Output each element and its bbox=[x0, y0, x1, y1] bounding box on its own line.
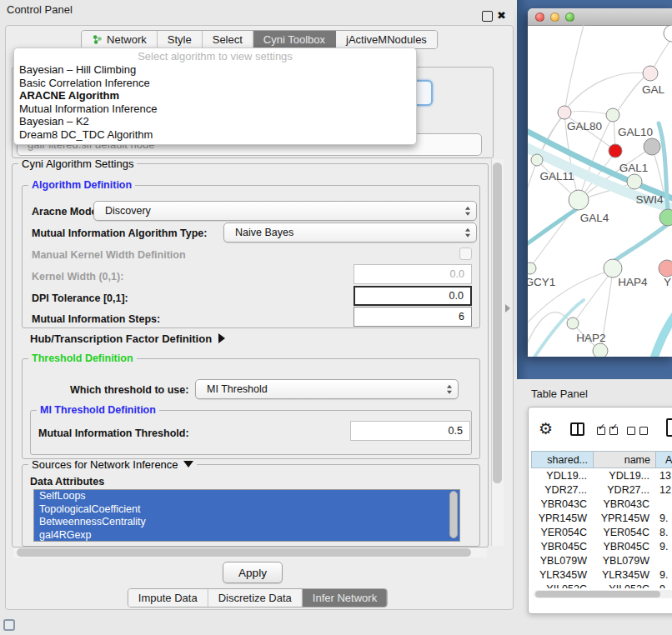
network-node-gal80[interactable] bbox=[558, 106, 571, 119]
network-node-gal11[interactable] bbox=[531, 154, 543, 166]
mi-steps-input[interactable]: 6 bbox=[354, 307, 472, 327]
attr-list-scrollbar[interactable] bbox=[449, 491, 458, 538]
close-traffic-light-icon[interactable] bbox=[535, 12, 544, 22]
attribute-item-selected[interactable]: TopologicalCoefficient bbox=[34, 503, 459, 517]
column-header-shared[interactable]: shared... bbox=[531, 451, 594, 468]
node-table[interactable]: YDL19...YDL19...13YDR27...YDR27...12YBR0… bbox=[531, 469, 672, 588]
mi-type-combo[interactable]: Naive Bayes bbox=[223, 222, 477, 242]
manual-kernel-checkbox[interactable] bbox=[459, 248, 472, 260]
network-node-y[interactable] bbox=[659, 260, 672, 277]
combo-arrows-icon bbox=[465, 207, 470, 216]
zoom-traffic-light-icon[interactable] bbox=[565, 12, 574, 22]
which-threshold-combo[interactable]: MI Threshold bbox=[195, 379, 459, 399]
table-cell: YBL079W bbox=[531, 554, 593, 568]
tab-style[interactable]: Style bbox=[158, 31, 203, 48]
column-header-partial[interactable]: A bbox=[656, 451, 672, 468]
table-cell: YBR045C bbox=[531, 540, 593, 554]
network-edge[interactable] bbox=[574, 270, 613, 322]
dropdown-item[interactable]: Bayesian – K2 bbox=[14, 115, 416, 128]
tab-cyni-toolbox[interactable]: Cyni Toolbox bbox=[253, 31, 336, 48]
which-threshold-label: Which threshold to use: bbox=[70, 384, 188, 396]
sources-title-expander[interactable]: Sources for Network Inference bbox=[28, 459, 197, 470]
table-row[interactable]: YIL052CYIL052C9. bbox=[531, 582, 672, 588]
close-icon[interactable]: ✖ bbox=[497, 8, 506, 23]
checked-checkbox-icon[interactable]: ✓ bbox=[609, 427, 618, 435]
network-node[interactable] bbox=[644, 138, 660, 155]
network-node-swi4[interactable] bbox=[659, 209, 672, 226]
network-node-hap4[interactable] bbox=[604, 259, 622, 278]
network-node-gal4[interactable] bbox=[569, 190, 589, 210]
attribute-item-selected[interactable]: SelfLoops bbox=[34, 490, 459, 503]
network-edge[interactable] bbox=[565, 25, 584, 108]
network-edge-thick[interactable] bbox=[649, 312, 672, 357]
network-node-label: HAP2 bbox=[576, 332, 605, 344]
gear-icon[interactable]: ⚙ bbox=[539, 420, 553, 438]
table-row[interactable]: YBR043CYBR043C bbox=[531, 498, 672, 512]
kernel-width-input[interactable]: 0.0 bbox=[354, 264, 472, 284]
attribute-item-selected[interactable]: gal4RGexp bbox=[34, 529, 459, 542]
table-row[interactable]: YER054CYER054C8. bbox=[531, 526, 672, 540]
attribute-item-selected[interactable]: BetweennessCentrality bbox=[34, 516, 459, 529]
mi-threshold-input[interactable]: 0.5 bbox=[350, 421, 470, 441]
which-threshold-value: MI Threshold bbox=[207, 383, 268, 395]
column-header-name[interactable]: name bbox=[594, 451, 656, 468]
tab-jactivemnodules[interactable]: jActiveMNodules bbox=[336, 31, 437, 48]
threshold-title: Threshold Definition bbox=[28, 353, 137, 364]
minimize-traffic-light-icon[interactable] bbox=[550, 12, 559, 22]
network-node-gal1[interactable] bbox=[627, 174, 642, 189]
float-window-icon[interactable] bbox=[482, 11, 493, 22]
kernel-width-value: 0.0 bbox=[450, 268, 464, 280]
table-row[interactable]: YDR27...YDR27...12 bbox=[531, 483, 672, 498]
network-node-gal10[interactable] bbox=[606, 108, 619, 122]
dropdown-item[interactable]: Dream8 DC_TDC Algorithm bbox=[14, 128, 416, 142]
table-cell: 9. bbox=[656, 512, 672, 526]
network-edge[interactable] bbox=[564, 72, 649, 111]
hub-definition-expander[interactable]: Hub/Transcription Factor Definition bbox=[30, 332, 225, 345]
dropdown-item[interactable]: ARACNE Algorithm bbox=[14, 89, 416, 102]
table-row[interactable]: YBR045CYBR045C9. bbox=[531, 540, 672, 554]
dropdown-item[interactable]: Mutual Information Inference bbox=[14, 102, 416, 116]
aracne-mode-combo[interactable]: Discovery bbox=[93, 201, 477, 221]
unchecked-checkbox-icon[interactable] bbox=[639, 427, 648, 435]
tab-discretize-data[interactable]: Discretize Data bbox=[208, 589, 303, 607]
network-node[interactable] bbox=[664, 25, 672, 42]
document-icon[interactable] bbox=[666, 418, 672, 437]
dropdown-item[interactable]: Basic Correlation Inference bbox=[14, 77, 416, 90]
minimized-panel-icon[interactable] bbox=[3, 619, 15, 631]
network-canvas[interactable]: GALGAL80GAL10GAL11GAL1GAL4SWI4GCY1HAP4YH… bbox=[528, 25, 672, 357]
network-node-label: GAL10 bbox=[618, 126, 653, 138]
mi-steps-value: 6 bbox=[459, 311, 464, 322]
network-window-titlebar[interactable] bbox=[528, 8, 672, 26]
split-pane-grip-icon[interactable] bbox=[505, 304, 510, 312]
table-row[interactable]: YDL19...YDL19...13 bbox=[531, 469, 672, 483]
checked-checkbox-icon[interactable]: ✓ bbox=[597, 427, 605, 435]
network-node-gal[interactable] bbox=[643, 66, 658, 81]
algorithm-combo-fragment[interactable] bbox=[414, 80, 433, 106]
combo-arrows-icon bbox=[465, 228, 470, 238]
network-edge-thick[interactable] bbox=[528, 207, 580, 253]
network-node-label: GAL4 bbox=[580, 212, 609, 224]
settings-vertical-scrollbar-thumb[interactable] bbox=[493, 162, 502, 483]
settings-horizontal-scrollbar-thumb[interactable] bbox=[17, 548, 471, 557]
mi-threshold-label: Mutual Information Threshold: bbox=[38, 428, 189, 439]
split-columns-icon[interactable] bbox=[570, 422, 584, 436]
tab-impute-data[interactable]: Impute Data bbox=[128, 589, 208, 607]
tab-select[interactable]: Select bbox=[203, 31, 253, 48]
network-node[interactable] bbox=[593, 343, 608, 357]
network-node-gcy1[interactable] bbox=[528, 262, 536, 274]
unchecked-checkbox-icon[interactable] bbox=[627, 427, 635, 435]
tab-infer-network[interactable]: Infer Network bbox=[303, 589, 387, 607]
dropdown-item[interactable]: Bayesian – Hill Climbing bbox=[14, 63, 416, 77]
table-horizontal-scrollbar-thumb[interactable] bbox=[535, 591, 660, 598]
network-node-label: SWI4 bbox=[635, 193, 663, 206]
table-cell bbox=[656, 498, 672, 512]
table-row[interactable]: YBL079WYBL079W bbox=[531, 554, 672, 568]
dpi-tolerance-input[interactable]: 0.0 bbox=[354, 286, 472, 306]
network-node-hap2[interactable] bbox=[567, 318, 579, 329]
table-row[interactable]: YLR345WYLR345W9. bbox=[531, 568, 672, 582]
apply-button[interactable]: Apply bbox=[223, 562, 283, 583]
tab-network[interactable]: Network bbox=[82, 31, 158, 48]
network-node[interactable] bbox=[609, 144, 622, 158]
table-row[interactable]: YPR145WYPR145W9. bbox=[531, 512, 672, 526]
data-attributes-list[interactable]: SelfLoopsTopologicalCoefficientBetweenne… bbox=[33, 489, 460, 542]
